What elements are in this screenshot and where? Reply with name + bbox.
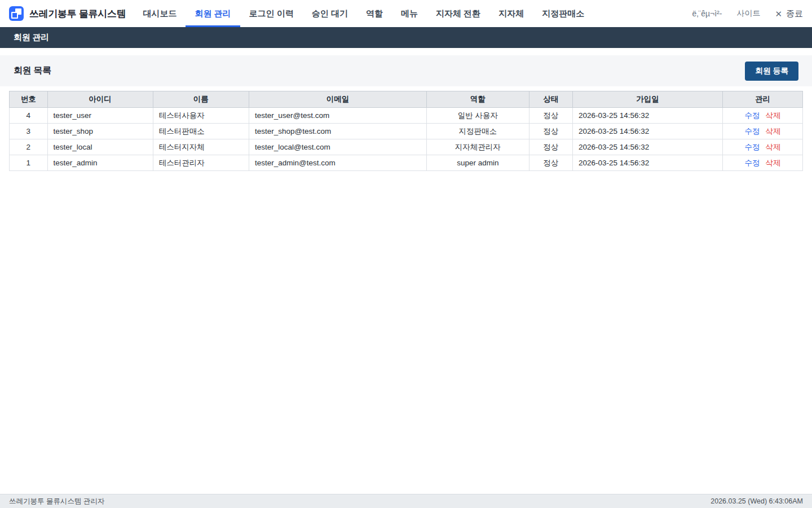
cell-status: 정상 (529, 108, 572, 124)
col-header-id: 아이디 (47, 91, 153, 108)
edit-link[interactable]: 수정 (744, 111, 760, 120)
cell-id: tester_local (47, 139, 153, 155)
cell-role: 지자체관리자 (427, 139, 529, 155)
table-row: 1 tester_admin 테스터관리자 tester_admin@test.… (10, 155, 803, 171)
main-nav: 대시보드 회원 관리 로그인 이력 승인 대기 역할 메뉴 지자체 전환 지자체… (134, 0, 593, 27)
cell-email: tester_admin@test.com (249, 155, 426, 171)
cell-no: 1 (10, 155, 48, 171)
close-icon: ✕ (775, 10, 782, 18)
member-table: 번호 아이디 이름 이메일 역할 상태 가입일 관리 4 tester_user… (9, 91, 803, 171)
delete-link[interactable]: 삭제 (765, 143, 780, 151)
col-header-no: 번호 (10, 91, 48, 108)
col-header-role: 역할 (427, 91, 529, 108)
cell-status: 정상 (529, 139, 572, 155)
table-row: 3 tester_shop 테스터판매소 tester_shop@test.co… (10, 124, 803, 139)
section-title: 회원 목록 (14, 65, 51, 77)
cell-name: 테스터관리자 (153, 155, 249, 171)
nav-item-member-management[interactable]: 회원 관리 (186, 0, 240, 27)
cell-role: 일반 사용자 (427, 108, 529, 124)
delete-link[interactable]: 삭제 (765, 159, 780, 167)
brand: 쓰레기봉투 물류시스템 (9, 6, 126, 21)
delete-link[interactable]: 삭제 (765, 111, 780, 120)
app-logo-icon (9, 6, 24, 21)
edit-link[interactable]: 수정 (744, 127, 760, 135)
exit-label: 종료 (786, 8, 803, 19)
col-header-manage: 관리 (722, 91, 802, 108)
table-row: 4 tester_user 테스터사용자 tester_user@test.co… (10, 108, 803, 124)
nav-item-designated-shop[interactable]: 지정판매소 (533, 0, 593, 27)
cell-joined: 2026-03-25 14:56:32 (572, 124, 722, 139)
col-header-status: 상태 (529, 91, 572, 108)
nav-item-login-history[interactable]: 로그인 이력 (240, 0, 303, 27)
cell-role: 지정판매소 (427, 124, 529, 139)
cell-role: super admin (427, 155, 529, 171)
cell-no: 2 (10, 139, 48, 155)
exit-button[interactable]: ✕ 종료 (775, 8, 803, 19)
nav-item-menu[interactable]: 메뉴 (392, 0, 427, 27)
cell-name: 테스터지자체 (153, 139, 249, 155)
section-header: 회원 목록 회원 등록 (0, 55, 812, 86)
footer-bar: 쓰레기봉투 물류시스템 관리자 2026.03.25 (Wed) 6:43:06… (0, 494, 812, 508)
edit-link[interactable]: 수정 (744, 143, 760, 151)
site-link[interactable]: 사이트 (736, 8, 760, 19)
page-header-bar: 회원 관리 (0, 27, 812, 48)
cell-manage: 수정삭제 (722, 139, 802, 155)
footer-admin-label: 쓰레기봉투 물류시스템 관리자 (9, 497, 104, 506)
member-table-container: 번호 아이디 이름 이메일 역할 상태 가입일 관리 4 tester_user… (9, 91, 803, 171)
cell-id: tester_user (47, 108, 153, 124)
nav-item-municipality[interactable]: 지자체 (489, 0, 533, 27)
cell-id: tester_shop (47, 124, 153, 139)
cell-status: 정상 (529, 124, 572, 139)
nav-item-roles[interactable]: 역할 (357, 0, 392, 27)
col-header-email: 이메일 (249, 91, 426, 108)
cell-joined: 2026-03-25 14:56:32 (572, 139, 722, 155)
cell-status: 정상 (529, 155, 572, 171)
table-header-row: 번호 아이디 이름 이메일 역할 상태 가입일 관리 (10, 91, 803, 108)
cell-no: 4 (10, 108, 48, 124)
nav-item-approval-pending[interactable]: 승인 대기 (303, 0, 357, 27)
cell-no: 3 (10, 124, 48, 139)
cell-joined: 2026-03-25 14:56:32 (572, 108, 722, 124)
app-title: 쓰레기봉투 물류시스템 (29, 7, 126, 20)
cell-id: tester_admin (47, 155, 153, 171)
member-register-button[interactable]: 회원 등록 (745, 62, 798, 81)
nav-item-municipality-switch[interactable]: 지자체 전환 (427, 0, 489, 27)
cell-manage: 수정삭제 (722, 124, 802, 139)
cell-email: tester_local@test.com (249, 139, 426, 155)
topbar-right: ë‚¨êµ¬ì²- 사이트 ✕ 종료 (692, 8, 803, 19)
cell-joined: 2026-03-25 14:56:32 (572, 155, 722, 171)
cell-name: 테스터판매소 (153, 124, 249, 139)
cell-manage: 수정삭제 (722, 155, 802, 171)
col-header-name: 이름 (153, 91, 249, 108)
table-row: 2 tester_local 테스터지자체 tester_local@test.… (10, 139, 803, 155)
cell-email: tester_user@test.com (249, 108, 426, 124)
org-name-label: ë‚¨êµ¬ì²- (692, 9, 722, 18)
app-root: { "topbar": { "brand": "쓰레기봉투 물류시스템", "n… (0, 0, 812, 508)
page-title: 회원 관리 (14, 32, 49, 43)
nav-item-dashboard[interactable]: 대시보드 (134, 0, 186, 27)
footer-datetime: 2026.03.25 (Wed) 6:43:06AM (710, 497, 803, 505)
delete-link[interactable]: 삭제 (765, 127, 780, 135)
cell-name: 테스터사용자 (153, 108, 249, 124)
cell-manage: 수정삭제 (722, 108, 802, 124)
col-header-joined: 가입일 (572, 91, 722, 108)
logo-square-outline (11, 12, 18, 19)
cell-email: tester_shop@test.com (249, 124, 426, 139)
top-navigation-bar: 쓰레기봉투 물류시스템 대시보드 회원 관리 로그인 이력 승인 대기 역할 메… (0, 0, 812, 27)
edit-link[interactable]: 수정 (744, 159, 760, 167)
